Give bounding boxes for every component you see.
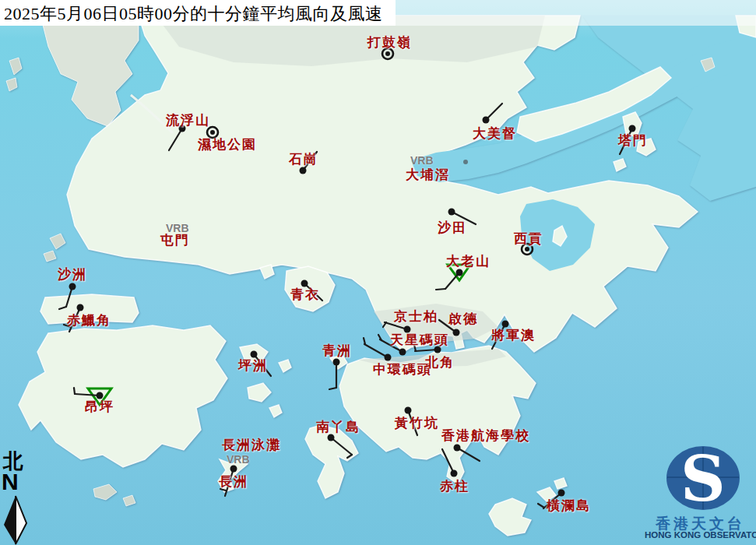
logo-english-label: HONG KONG OBSERVATORY [645, 530, 756, 540]
wind-barb-tick [436, 289, 445, 290]
station-dot [629, 125, 636, 132]
station-label-tai-po-kau: 大埔滘 [406, 168, 450, 181]
station-label-green-island: 青洲 [322, 344, 352, 357]
station-label-central-pier: 中環碼頭 [373, 363, 432, 376]
north-letter-label: N [2, 470, 19, 494]
station-label-ngong-ping: 昂坪 [85, 400, 114, 413]
calm-dot-icon [385, 51, 390, 56]
station-label-tseung-kwan-o: 將軍澳 [491, 329, 536, 342]
station-label-star-ferry: 天星碼頭 [390, 333, 449, 346]
station-dot [502, 321, 509, 328]
wind-barb [169, 128, 182, 150]
wind-barb-tick [538, 504, 544, 508]
wind-barb-tick [347, 455, 352, 458]
calm-dot-icon [210, 130, 215, 135]
station-label-chek-lap-kok: 赤鱲角 [67, 314, 111, 327]
station-label-sai-kung: 西貢 [514, 232, 543, 245]
station-dot [300, 167, 307, 174]
wind-barb-tick [59, 307, 66, 309]
station-label-tsing-yi: 青衣 [290, 288, 320, 301]
station-label-tai-mei-tuk: 大美督 [473, 127, 517, 140]
wind-barb [364, 344, 388, 357]
station-dot [451, 470, 458, 477]
station-dot [558, 490, 565, 497]
station-dot [230, 466, 237, 473]
station-label-wetland-park: 濕地公園 [198, 138, 257, 151]
station-label-tates-cairn: 大老山 [446, 255, 491, 268]
map-title: 2025年5月06日05時00分的十分鐘平均風向及風速 [0, 0, 396, 26]
station-label-sha-tin: 沙田 [438, 221, 467, 234]
station-label-lau-fau-shan: 流浮山 [166, 114, 210, 127]
station-dot [453, 329, 460, 336]
stations-layer: S [0, 0, 756, 545]
station-dot [97, 392, 104, 399]
station-label-hk-sea-school: 香港航海學校 [441, 429, 530, 442]
calm-dot-icon [525, 247, 529, 251]
station-label-kings-park: 京士柏 [394, 310, 438, 323]
station-dot [483, 117, 490, 124]
station-dot [251, 351, 258, 358]
station-label-waglan-island: 橫瀾島 [547, 499, 591, 512]
station-label-north-point: 北角 [425, 356, 455, 369]
station-label-tap-mun: 塔門 [618, 134, 648, 147]
station-dot [405, 407, 412, 414]
vrb-label: VRB [166, 223, 189, 234]
station-label-stanley: 赤柱 [440, 480, 469, 493]
station-label-lamma-island: 南丫島 [316, 420, 360, 434]
station-label-cheung-chau-beach: 長洲泳灘 [222, 438, 281, 452]
station-dot [328, 434, 335, 441]
station-label-peng-chau: 坪洲 [238, 359, 268, 372]
station-dot [69, 283, 76, 290]
wind-barb [75, 394, 100, 396]
station-label-shek-kong: 石崗 [289, 153, 318, 166]
station-label-cheung-chau: 長洲 [219, 475, 248, 488]
station-dot [385, 354, 392, 361]
vrb-label: VRB [410, 155, 434, 166]
station-dot [456, 269, 463, 276]
station-dot [301, 280, 308, 287]
wind-barb [457, 448, 480, 461]
wind-barb-tick [220, 489, 226, 490]
station-label-sha-chau: 沙洲 [58, 268, 87, 281]
wind-map: S 打鼓嶺流浮山濕地公園石崗大美督塔門VRB大埔滘沙田西貢大老山VRB屯門沙洲赤… [0, 0, 756, 545]
station-label-tuen-mun: 屯門 [160, 234, 190, 247]
wind-barb [331, 438, 352, 455]
wind-barb-tick [364, 338, 365, 344]
station-dot [454, 445, 461, 452]
wind-barb [442, 449, 454, 473]
north-arrow: 北 N [0, 450, 47, 545]
vrb-label: VRB [227, 454, 250, 465]
station-dot [448, 209, 455, 216]
station-label-ta-kwu-ling: 打鼓嶺 [367, 36, 412, 49]
station-dot [77, 304, 84, 311]
wind-barb-tick [329, 388, 336, 389]
station-label-kai-tak: 啟德 [448, 312, 478, 325]
wind-barb-tick [74, 388, 75, 394]
station-dot [399, 349, 406, 356]
station-dot [333, 359, 340, 366]
station-label-wong-chuk-hang: 黃竹坑 [395, 417, 439, 430]
hko-logo: 香港天文台 HONG KONG OBSERVATORY [645, 442, 756, 545]
title-bar: 2025年5月06日05時00分的十分鐘平均風向及風速 [0, 0, 756, 26]
